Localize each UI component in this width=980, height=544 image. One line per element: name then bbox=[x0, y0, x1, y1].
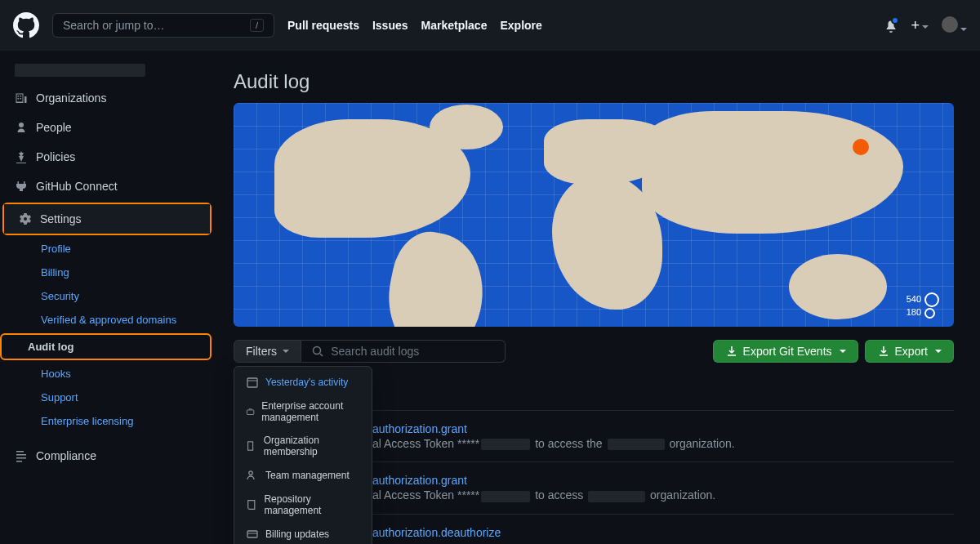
sidebar-sub-audit-log[interactable]: Audit log bbox=[2, 335, 210, 359]
caret-down-icon bbox=[935, 350, 942, 353]
landmass-as bbox=[642, 111, 903, 234]
sidebar-item-people[interactable]: People bbox=[0, 113, 214, 142]
organization-icon bbox=[15, 91, 28, 105]
slash-key-hint: / bbox=[250, 19, 264, 32]
sidebar-item-label: GitHub Connect bbox=[36, 180, 118, 193]
sidebar-sub-hooks[interactable]: Hooks bbox=[26, 362, 214, 386]
audit-log-highlight-box: Audit log bbox=[0, 333, 212, 360]
filter-enterprise[interactable]: Enterprise account management bbox=[234, 395, 372, 429]
organization-icon bbox=[246, 439, 257, 453]
download-icon bbox=[725, 345, 738, 358]
zoom-ring-icon bbox=[924, 292, 939, 307]
entry-action-link[interactable]: authorization.grant bbox=[372, 474, 467, 487]
export-git-events-button[interactable]: Export Git Events bbox=[713, 340, 858, 363]
sidebar-sub-support[interactable]: Support bbox=[26, 386, 214, 409]
law-icon bbox=[15, 150, 28, 163]
sidebar-sub-security[interactable]: Security bbox=[26, 284, 214, 308]
global-search-input[interactable]: Search or jump to… / bbox=[52, 13, 274, 38]
page-title: Audit log bbox=[234, 70, 954, 93]
nav-issues[interactable]: Issues bbox=[372, 19, 408, 32]
people-icon bbox=[246, 469, 259, 482]
sidebar-item-label: Policies bbox=[36, 150, 75, 163]
briefcase-icon bbox=[246, 405, 255, 418]
search-placeholder: Search or jump to… bbox=[63, 19, 165, 32]
caret-down-icon bbox=[960, 28, 967, 31]
caret-down-icon bbox=[922, 25, 929, 29]
caret-down-icon bbox=[283, 350, 289, 353]
person-icon bbox=[15, 121, 28, 134]
landmass-sa bbox=[377, 225, 495, 327]
svg-rect-2 bbox=[247, 410, 253, 415]
nav-pull-requests[interactable]: Pull requests bbox=[287, 19, 359, 32]
header-right: + bbox=[884, 16, 967, 35]
svg-point-4 bbox=[249, 471, 252, 475]
gear-icon bbox=[19, 212, 32, 225]
audit-search-input[interactable]: Search audit logs bbox=[301, 340, 506, 363]
sidebar-item-settings[interactable]: Settings bbox=[4, 204, 210, 234]
checklist-icon bbox=[15, 449, 28, 462]
nav-explore[interactable]: Explore bbox=[500, 19, 541, 32]
settings-submenu: Profile Billing Security Verified & appr… bbox=[0, 237, 214, 433]
export-button[interactable]: Export bbox=[865, 340, 954, 363]
sidebar-sub-billing[interactable]: Billing bbox=[26, 261, 214, 284]
settings-highlight-box: Settings bbox=[2, 203, 212, 235]
svg-rect-3 bbox=[248, 442, 253, 450]
sidebar-item-policies[interactable]: Policies bbox=[0, 142, 214, 172]
search-icon bbox=[311, 345, 324, 358]
avatar-icon bbox=[942, 16, 958, 33]
plug-icon bbox=[15, 180, 28, 193]
map-activity-marker-icon bbox=[853, 139, 869, 155]
sidebar-sub-domains[interactable]: Verified & approved domains bbox=[26, 308, 214, 332]
create-new-menu[interactable]: + bbox=[911, 17, 929, 34]
user-menu[interactable] bbox=[942, 16, 967, 35]
svg-rect-0 bbox=[247, 378, 257, 387]
sidebar-item-label: Settings bbox=[40, 212, 82, 225]
caret-down-icon bbox=[840, 350, 846, 353]
repo-icon bbox=[246, 498, 257, 511]
github-logo-icon[interactable] bbox=[13, 12, 39, 38]
sidebar-item-github-connect[interactable]: GitHub Connect bbox=[0, 172, 214, 201]
nav-marketplace[interactable]: Marketplace bbox=[421, 19, 488, 32]
filter-billing[interactable]: Billing updates bbox=[234, 522, 372, 544]
landmass-greenland bbox=[430, 105, 503, 149]
sidebar-item-compliance[interactable]: Compliance bbox=[0, 441, 214, 470]
zoom-ring-icon bbox=[924, 308, 935, 319]
download-icon bbox=[877, 345, 890, 358]
notifications-button[interactable] bbox=[884, 18, 898, 32]
plus-icon: + bbox=[911, 17, 920, 33]
svg-rect-5 bbox=[247, 531, 257, 537]
sidebar-sub-licensing[interactable]: Enterprise licensing bbox=[26, 409, 214, 433]
entry-action-link[interactable]: authorization.deauthorize bbox=[372, 526, 501, 539]
primary-nav: Pull requests Issues Marketplace Explore bbox=[287, 19, 542, 32]
sidebar-item-label: People bbox=[36, 121, 72, 134]
sidebar: Organizations People Policies GitHub Con… bbox=[0, 51, 214, 544]
calendar-icon bbox=[246, 376, 259, 389]
sidebar-item-organizations[interactable]: Organizations bbox=[0, 83, 214, 113]
svg-line-10 bbox=[320, 354, 323, 356]
sidebar-enterprise-name bbox=[0, 51, 214, 83]
sidebar-item-label: Compliance bbox=[36, 449, 96, 462]
main-content: Audit log 540 180 Filters Yester bbox=[214, 51, 980, 544]
filters-button[interactable]: Filters bbox=[234, 340, 301, 363]
svg-point-9 bbox=[314, 347, 321, 354]
world-map[interactable]: 540 180 bbox=[234, 103, 954, 327]
entry-description: al Access Token ***** to access organiza… bbox=[372, 488, 954, 502]
filter-team[interactable]: Team management bbox=[234, 463, 372, 488]
search-placeholder: Search audit logs bbox=[331, 345, 419, 358]
notification-indicator-icon bbox=[891, 16, 899, 25]
audit-toolbar: Filters Yesterday's activity Enterprise … bbox=[234, 340, 954, 363]
filter-org-membership[interactable]: Organization membership bbox=[234, 429, 372, 463]
top-header: Search or jump to… / Pull requests Issue… bbox=[0, 0, 980, 51]
filters-dropdown: Yesterday's activity Enterprise account … bbox=[234, 366, 372, 544]
filter-repo[interactable]: Repository management bbox=[234, 488, 372, 522]
entry-description: al Access Token ***** to access the orga… bbox=[372, 437, 954, 450]
filter-yesterday[interactable]: Yesterday's activity bbox=[234, 370, 372, 395]
landmass-au bbox=[789, 254, 887, 319]
sidebar-sub-profile[interactable]: Profile bbox=[26, 237, 214, 261]
credit-card-icon bbox=[246, 528, 259, 541]
entry-action-link[interactable]: authorization.grant bbox=[372, 422, 467, 435]
sidebar-item-label: Organizations bbox=[36, 91, 106, 105]
map-zoom-controls[interactable]: 540 180 bbox=[906, 292, 939, 319]
